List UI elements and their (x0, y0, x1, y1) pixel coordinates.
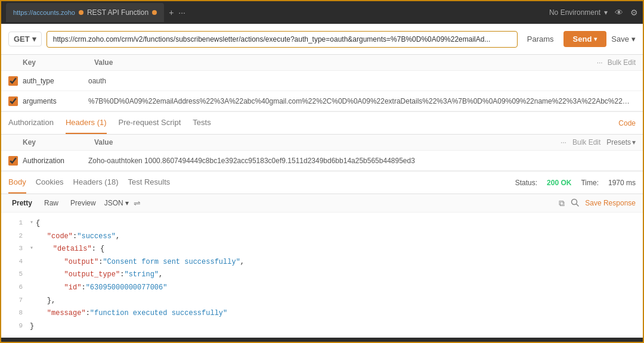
tab-dot1 (79, 10, 83, 15)
json-val-id: "63095000000077006" (86, 282, 168, 295)
send-label: Send (573, 35, 592, 43)
status-label: Status: (515, 179, 537, 187)
line-num-8: 8 (6, 307, 23, 320)
environment-selector[interactable]: No Environment ▾ (549, 8, 608, 17)
params-button[interactable]: Params (522, 32, 559, 46)
params-row2-key: arguments (23, 97, 88, 105)
tab-url: https://accounts.zoho (13, 9, 75, 16)
headers-right-actions: ··· Bulk Edit Presets ▾ (561, 138, 636, 146)
json-line-4: 4 "output" : "Consent form sent successf… (1, 256, 643, 269)
tab-pre-request-script[interactable]: Pre-request Script (119, 112, 181, 134)
json-key-code: "code" (47, 230, 73, 244)
format-select[interactable]: JSON ▾ (104, 199, 129, 207)
body-tab-headers[interactable]: Headers (18) (73, 172, 119, 194)
gear-icon[interactable]: ⚙ (630, 8, 638, 17)
params-bulk-edit-button[interactable]: Bulk Edit (608, 58, 636, 67)
top-bar-right: No Environment ▾ 👁 ⚙ (549, 8, 638, 17)
params-table: Key Value ··· Bulk Edit auth_type oauth … (1, 55, 643, 112)
headers-row1-value: Zoho-oauthtoken 1000.8607494449c8bc1e392… (88, 157, 636, 165)
collapse-icon-3[interactable]: ▾ (30, 243, 33, 256)
search-icon[interactable] (571, 198, 579, 208)
save-label: Save (611, 35, 629, 43)
format-bar: Pretty Raw Preview JSON ▾ ⇌ ⧉ Save Respo… (1, 194, 643, 213)
env-label: No Environment (549, 8, 600, 17)
request-tabs: Authorization Headers (1) Pre-request Sc… (1, 112, 643, 135)
send-button[interactable]: Send ▾ (564, 31, 607, 47)
tab-headers[interactable]: Headers (1) (66, 112, 107, 134)
format-chevron-icon: ▾ (125, 199, 129, 207)
body-status-area: Status: 200 OK Time: 1970 ms (515, 179, 636, 187)
save-response-button[interactable]: Save Response (585, 199, 636, 207)
save-chevron-icon: ▾ (631, 35, 636, 43)
params-row-1: auth_type oauth (1, 71, 643, 91)
raw-button[interactable]: Raw (41, 198, 62, 208)
method-select[interactable]: GET ▾ (8, 32, 42, 46)
json-response: 1 ▾ { 2 "code" : "success" , 3 ▾ "detail… (1, 213, 643, 338)
json-line-7: 7 }, (1, 295, 643, 308)
save-button[interactable]: Save ▾ (611, 35, 636, 43)
params-row2-value: %7B%0D%0A09%22emailAddress%22%3A%22abc%4… (88, 97, 636, 105)
body-tab-test-results[interactable]: Test Results (128, 172, 170, 194)
tab-actions: + ··· (169, 8, 185, 17)
tab-dot2 (152, 10, 157, 15)
time-value: 1970 ms (608, 179, 636, 187)
url-input[interactable] (47, 31, 518, 48)
send-chevron-icon: ▾ (594, 36, 597, 42)
json-val-output: "Consent form sent successfully" (103, 256, 240, 269)
line-num-3: 3 (6, 243, 23, 256)
headers-value-header: Value (94, 138, 561, 146)
params-bulk-actions: ··· Bulk Edit (597, 58, 636, 67)
pretty-button[interactable]: Pretty (8, 198, 36, 208)
format-bar-right: ⧉ Save Response (559, 198, 636, 208)
presets-button[interactable]: Presets ▾ (606, 138, 636, 146)
body-tab-cookies[interactable]: Cookies (36, 172, 64, 194)
collapse-icon-1[interactable]: ▾ (30, 217, 33, 230)
headers-more-icon[interactable]: ··· (561, 138, 566, 146)
params-more-icon[interactable]: ··· (597, 58, 603, 67)
headers-bulk-edit-button[interactable]: Bulk Edit (572, 138, 600, 146)
json-brace-close: } (30, 320, 34, 333)
more-tabs-icon[interactable]: ··· (178, 8, 185, 17)
params-row1-checkbox[interactable] (8, 76, 18, 86)
headers-key-header: Key (23, 138, 94, 146)
preview-button[interactable]: Preview (67, 198, 100, 208)
json-line-8: 8 "message" : "function executed success… (1, 307, 643, 320)
add-tab-icon[interactable]: + (169, 8, 174, 17)
headers-row1-checkbox[interactable] (8, 156, 18, 166)
headers-header: Key Value ··· Bulk Edit Presets ▾ (1, 135, 643, 151)
json-val-message: "function executed successfully" (90, 307, 227, 320)
browser-tab[interactable]: https://accounts.zoho REST API Function (6, 3, 164, 22)
line-num-5: 5 (6, 269, 23, 282)
time-label: Time: (581, 179, 599, 187)
json-key-id: "id" (64, 282, 82, 295)
body-tabs: Body Cookies Headers (18) Test Results S… (1, 172, 643, 194)
json-val-output-type: "string" (124, 269, 159, 282)
method-label: GET (14, 35, 30, 43)
tab-authorization[interactable]: Authorization (8, 112, 54, 134)
line-num-7: 7 (6, 295, 23, 308)
json-key-output-type: "output_type" (64, 269, 120, 282)
copy-icon[interactable]: ⧉ (559, 198, 565, 208)
json-key-message: "message" (47, 307, 86, 320)
presets-label: Presets (606, 138, 631, 146)
params-row1-value: oauth (88, 77, 636, 85)
params-row2-checkbox[interactable] (8, 96, 18, 106)
wrap-icon[interactable]: ⇌ (134, 198, 141, 208)
status-info: Status: 200 OK Time: 1970 ms (515, 179, 636, 187)
json-key-output: "output" (64, 256, 99, 269)
line-num-6: 6 (6, 282, 23, 295)
eye-icon[interactable]: 👁 (615, 8, 623, 17)
json-val-success: "success" (77, 230, 116, 244)
json-brace-open: { (36, 217, 40, 230)
params-value-header: Value (94, 58, 597, 67)
top-bar: https://accounts.zoho REST API Function … (1, 1, 643, 24)
params-row1-key: auth_type (23, 77, 88, 85)
url-bar: GET ▾ Params Send ▾ Save ▾ (1, 24, 643, 55)
body-section: Body Cookies Headers (18) Test Results S… (1, 172, 643, 338)
code-link[interactable]: Code (618, 119, 636, 127)
tab-tests[interactable]: Tests (193, 112, 210, 134)
params-key-header: Key (23, 58, 94, 67)
json-line-9: 9 } (1, 320, 643, 333)
body-tab-body[interactable]: Body (8, 172, 26, 194)
line-num-4: 4 (6, 256, 23, 269)
